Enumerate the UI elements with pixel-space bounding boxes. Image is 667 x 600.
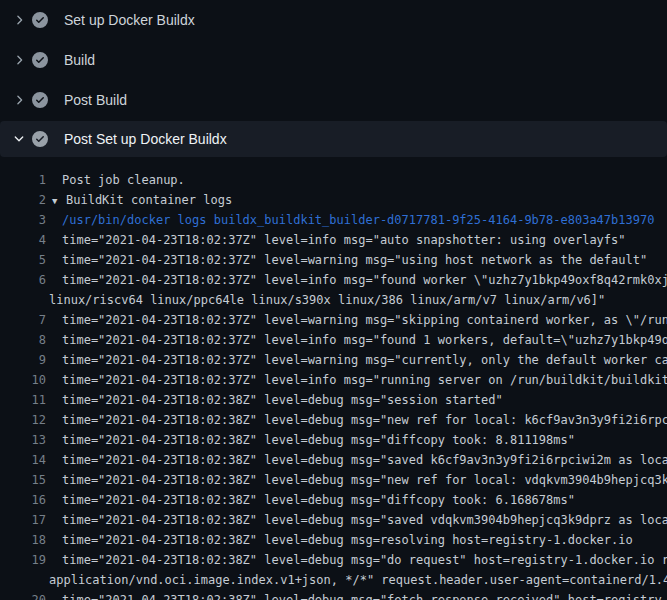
log-text: time="2021-04-23T18:02:38Z" level=debug … (46, 390, 503, 410)
check-circle-icon (32, 131, 48, 147)
line-number[interactable]: 1 (0, 170, 46, 190)
line-number (0, 290, 46, 310)
log-text: time="2021-04-23T18:02:37Z" level=info m… (46, 370, 667, 390)
chevron-right-icon (11, 12, 27, 28)
line-number[interactable]: 6 (0, 270, 46, 290)
check-circle-icon (32, 12, 48, 28)
line-number[interactable]: 19 (0, 550, 46, 570)
log-text: time="2021-04-23T18:02:38Z" level=debug … (46, 550, 667, 570)
log-text: time="2021-04-23T18:02:38Z" level=debug … (46, 490, 575, 510)
log-line: 2▼BuildKit container logs (0, 190, 667, 210)
line-number[interactable]: 3 (0, 210, 46, 230)
line-number[interactable]: 5 (0, 250, 46, 270)
log-text: time="2021-04-23T18:02:37Z" level=warnin… (46, 350, 667, 370)
chevron-down-icon (11, 131, 27, 147)
line-number[interactable]: 12 (0, 410, 46, 430)
line-number[interactable]: 4 (0, 230, 46, 250)
log-text: time="2021-04-23T18:02:37Z" level=warnin… (46, 310, 667, 330)
chevron-right-icon (11, 52, 27, 68)
log-text: linux/riscv64 linux/ppc64le linux/s390x … (46, 290, 605, 310)
log-line: 14time="2021-04-23T18:02:38Z" level=debu… (0, 450, 667, 470)
check-circle-icon (32, 52, 48, 68)
step-title: Build (64, 52, 95, 68)
log-line: 8time="2021-04-23T18:02:37Z" level=info … (0, 330, 667, 350)
log-text: time="2021-04-23T18:02:38Z" level=debug … (46, 510, 667, 530)
log-text: time="2021-04-23T18:02:37Z" level=info m… (46, 330, 667, 350)
line-number[interactable]: 11 (0, 390, 46, 410)
line-number[interactable]: 7 (0, 310, 46, 330)
line-number[interactable]: 16 (0, 490, 46, 510)
step-title: Post Build (64, 92, 127, 108)
log-line: 1Post job cleanup. (0, 170, 667, 190)
step-row-set-up-docker-buildx[interactable]: Set up Docker Buildx (0, 0, 667, 40)
log-text: time="2021-04-23T18:02:37Z" level=info m… (46, 270, 667, 290)
line-number[interactable]: 10 (0, 370, 46, 390)
log-line: 15time="2021-04-23T18:02:38Z" level=debu… (0, 470, 667, 490)
log-line: 3/usr/bin/docker logs buildx_buildkit_bu… (0, 210, 667, 230)
steps-list: Set up Docker BuildxBuildPost BuildPost … (0, 0, 667, 157)
line-number[interactable]: 20 (0, 590, 46, 600)
log-text: time="2021-04-23T18:02:37Z" level=warnin… (46, 250, 647, 270)
step-title: Set up Docker Buildx (64, 12, 195, 28)
log-line-continuation: linux/riscv64 linux/ppc64le linux/s390x … (0, 290, 667, 310)
line-number[interactable]: 2 (0, 190, 46, 210)
line-number[interactable]: 15 (0, 470, 46, 490)
log-text: Post job cleanup. (46, 170, 185, 190)
log-line: 16time="2021-04-23T18:02:38Z" level=debu… (0, 490, 667, 510)
log-line: 10time="2021-04-23T18:02:37Z" level=info… (0, 370, 667, 390)
group-toggle[interactable]: ▼BuildKit container logs (46, 190, 232, 210)
log-text: time="2021-04-23T18:02:38Z" level=debug … (46, 590, 667, 600)
step-row-post-set-up-docker-buildx[interactable]: Post Set up Docker Buildx (0, 121, 667, 157)
line-number[interactable]: 9 (0, 350, 46, 370)
step-title: Post Set up Docker Buildx (64, 131, 227, 147)
log-text: time="2021-04-23T18:02:38Z" level=debug … (46, 450, 667, 470)
log-line: 6time="2021-04-23T18:02:37Z" level=info … (0, 270, 667, 290)
log-text: time="2021-04-23T18:02:38Z" level=debug … (46, 530, 633, 550)
log-lines: 1Post job cleanup.2▼BuildKit container l… (0, 157, 667, 600)
line-number[interactable]: 18 (0, 530, 46, 550)
log-line: 12time="2021-04-23T18:02:38Z" level=debu… (0, 410, 667, 430)
log-line: 7time="2021-04-23T18:02:37Z" level=warni… (0, 310, 667, 330)
log-line: 13time="2021-04-23T18:02:38Z" level=debu… (0, 430, 667, 450)
log-text: application/vnd.oci.image.index.v1+json,… (46, 570, 667, 590)
triangle-down-icon: ▼ (52, 191, 66, 210)
log-text: time="2021-04-23T18:02:38Z" level=debug … (46, 470, 667, 490)
step-row-post-build[interactable]: Post Build (0, 80, 667, 120)
log-line: 4time="2021-04-23T18:02:37Z" level=info … (0, 230, 667, 250)
log-line: 19time="2021-04-23T18:02:38Z" level=debu… (0, 550, 667, 570)
log-line: 9time="2021-04-23T18:02:37Z" level=warni… (0, 350, 667, 370)
line-number[interactable]: 17 (0, 510, 46, 530)
command-text: /usr/bin/docker logs buildx_buildkit_bui… (46, 210, 654, 230)
log-line-continuation: application/vnd.oci.image.index.v1+json,… (0, 570, 667, 590)
workflow-log-viewer: Set up Docker BuildxBuildPost BuildPost … (0, 0, 667, 600)
check-circle-icon (32, 92, 48, 108)
log-text: time="2021-04-23T18:02:37Z" level=info m… (46, 230, 626, 250)
line-number[interactable]: 14 (0, 450, 46, 470)
line-number[interactable]: 13 (0, 430, 46, 450)
log-line: 18time="2021-04-23T18:02:38Z" level=debu… (0, 530, 667, 550)
log-text: time="2021-04-23T18:02:38Z" level=debug … (46, 430, 575, 450)
line-number (0, 570, 46, 590)
chevron-right-icon (11, 92, 27, 108)
group-label: BuildKit container logs (66, 193, 232, 207)
line-number[interactable]: 8 (0, 330, 46, 350)
log-line: 5time="2021-04-23T18:02:37Z" level=warni… (0, 250, 667, 270)
log-text: time="2021-04-23T18:02:38Z" level=debug … (46, 410, 667, 430)
log-line: 20time="2021-04-23T18:02:38Z" level=debu… (0, 590, 667, 600)
step-row-build[interactable]: Build (0, 40, 667, 80)
log-line: 11time="2021-04-23T18:02:38Z" level=debu… (0, 390, 667, 410)
log-line: 17time="2021-04-23T18:02:38Z" level=debu… (0, 510, 667, 530)
